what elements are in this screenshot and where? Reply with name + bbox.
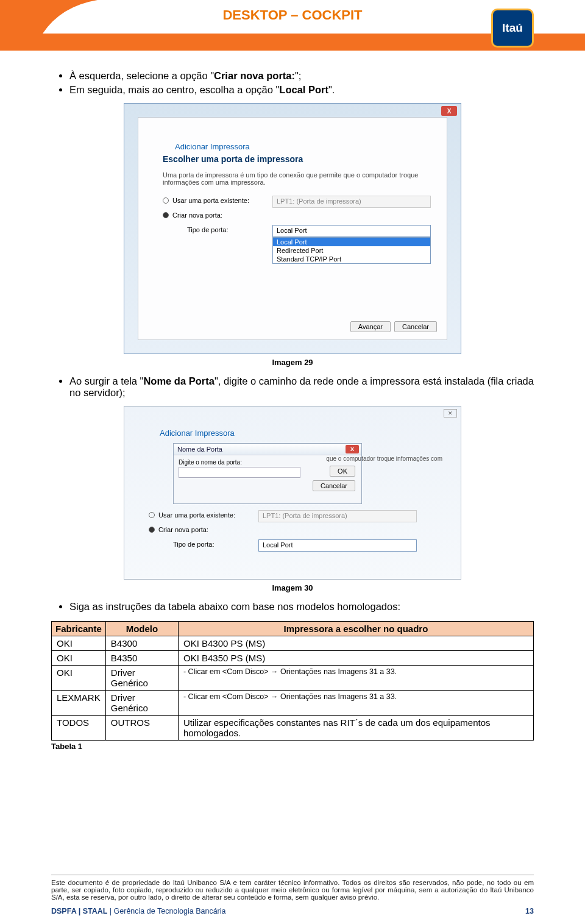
port-type-combo: Local Port <box>272 225 431 237</box>
port-name-input <box>179 467 300 478</box>
port-type-combo: Local Port <box>258 539 417 552</box>
cancel-button: Cancelar <box>313 480 355 491</box>
radio-icon <box>149 512 155 518</box>
radio-icon <box>163 197 169 204</box>
close-icon: X <box>441 106 457 116</box>
drop-option: Redirected Port <box>273 246 430 255</box>
radio-icon <box>163 212 169 218</box>
radio-existing: Usar uma porta existente: <box>149 511 235 519</box>
mid-bullets: Ao surgir a tela "Nome da Porta", digite… <box>69 375 534 399</box>
footer-line: DSPFA | STAAL | Gerência de Tecnologia B… <box>51 907 534 915</box>
footer-rule <box>51 875 534 875</box>
table-row: TODOSOUTROSUtilizar especificações const… <box>52 716 534 741</box>
logo: Itaú <box>491 9 534 48</box>
table-row: OKIB4300OKI B4300 PS (MS) <box>52 636 534 651</box>
cancel-button: Cancelar <box>394 321 437 332</box>
port-type-dropdown: Local Port Redirected Port Standard TCP/… <box>272 237 431 264</box>
lpt-field: LPT1: (Porta de impressora) <box>258 510 417 522</box>
screenshot-29: X Adicionar Impressora Escolher uma port… <box>124 103 461 354</box>
logo-text: Itaú <box>502 21 523 35</box>
intro-bullet-2: Em seguida, mais ao centro, escolha a op… <box>69 84 534 96</box>
type-label: Tipo de porta: <box>173 541 214 548</box>
th-impressora: Impressora a escolher no quadro <box>178 622 533 636</box>
radio-icon <box>149 527 155 533</box>
footer-disclaimer: Este documento é de propriedade do Itaú … <box>51 879 534 901</box>
th-fabricante: Fabricante <box>52 622 106 636</box>
page-number: 13 <box>525 907 534 915</box>
ok-button: OK <box>330 466 355 477</box>
dialog-heading: Escolher uma porta de impressora <box>163 154 303 164</box>
table-row: OKIDriver Genérico- Clicar em <Com Disco… <box>52 666 534 691</box>
table-row: LEXMARKDriver Genérico- Clicar em <Com D… <box>52 691 534 716</box>
footer-left: DSPFA | STAAL | Gerência de Tecnologia B… <box>51 907 226 915</box>
drop-option-selected: Local Port <box>273 238 430 246</box>
window-title: Adicionar Impressora <box>160 428 235 438</box>
side-text: que o computador troque informações com <box>326 455 442 462</box>
close-icon: ✕ <box>444 409 457 418</box>
table-row: OKIB4350OKI B4350 PS (MS) <box>52 651 534 666</box>
caption-29: Imagem 29 <box>51 358 534 367</box>
drop-option: Standard TCP/IP Port <box>273 255 430 263</box>
lpt-field: LPT1: (Porta de impressora) <box>272 196 431 208</box>
th-modelo: Modelo <box>105 622 178 636</box>
caption-30: Imagem 30 <box>51 583 534 592</box>
intro-bullet-1: À esquerda, selecione a opção "Criar nov… <box>69 70 534 82</box>
table-header: Fabricante Modelo Impressora a escolher … <box>52 622 534 636</box>
mid-bullet: Ao surgir a tela "Nome da Porta", digite… <box>69 375 534 399</box>
port-name-dialog: Nome da PortaX Digite o nome da porta: O… <box>173 443 362 504</box>
radio-new: Criar nova porta: <box>149 526 208 533</box>
next-button: Avançar <box>350 321 391 332</box>
footer: Este documento é de propriedade do Itaú … <box>51 875 534 901</box>
bullet3: Siga as instruções da tabela abaixo com … <box>69 601 534 613</box>
table-label: Tabela 1 <box>51 742 534 751</box>
screenshot-30: ✕ Adicionar Impressora Nome da PortaX Di… <box>124 406 461 580</box>
window-title: Adicionar Impressora <box>175 142 250 151</box>
intro-bullets: À esquerda, selecione a opção "Criar nov… <box>69 70 534 96</box>
close-icon: X <box>346 445 359 453</box>
driver-table: Fabricante Modelo Impressora a escolher … <box>51 621 534 741</box>
radio-new: Criar nova porta: <box>163 211 222 219</box>
bullet3-list: Siga as instruções da tabela abaixo com … <box>69 601 534 613</box>
type-label: Tipo de porta: <box>187 226 228 233</box>
dialog-title: Nome da PortaX <box>174 444 361 455</box>
radio-existing: Usar uma porta existente: <box>163 197 249 204</box>
dialog-description: Uma porta de impressora é um tipo de con… <box>163 171 422 186</box>
